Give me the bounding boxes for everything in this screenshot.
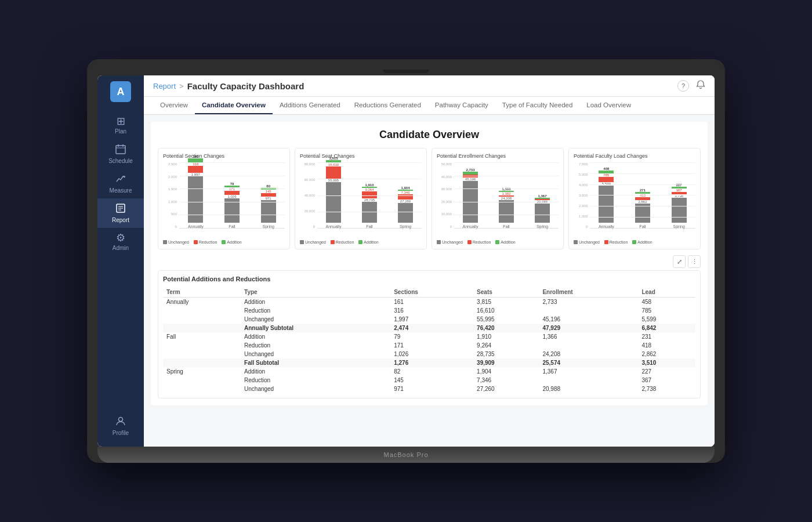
sidebar-item-profile[interactable]: Profile [97,411,144,441]
col-enrollment: Enrollment [539,287,638,298]
table-row: Reduction31616,610785 [163,306,695,315]
cell-lead: 5,599 [638,315,695,324]
cell-type: Annually Subtotal [241,324,390,332]
chart-faculty-load: Potential Faculty Load Changes 7,0005,00… [568,148,701,249]
cell-type: Addition [241,298,390,307]
sidebar-label-profile: Profile [113,430,129,436]
cell-enrollment: 25,574 [539,358,638,367]
bell-icon[interactable] [696,80,705,92]
table-row: Annually Subtotal2,47476,42047,9296,842 [163,324,695,332]
sidebar-item-admin[interactable]: ⚙ Admin [97,228,144,256]
chart-enrollment-title: Potential Enrollment Changes [437,153,559,159]
sidebar-label-schedule: Schedule [108,158,133,164]
chart-section-changes: Potential Section Changes 2,5002,0001,50… [158,148,290,249]
table-row: Unchanged97127,26020,9882,738 [163,385,695,393]
cell-seats: 9,264 [473,341,539,350]
breadcrumb: Report > Faculty Capacity Dashboard [153,81,304,91]
tab-candidate-overview[interactable]: Candidate Overview [195,97,273,114]
laptop-label: MacBook Pro [383,451,428,458]
cell-enrollment: 2,733 [539,298,638,307]
col-type: Type [241,287,390,298]
table-row: Unchanged1,02628,73524,2082,862 [163,350,695,358]
svg-point-8 [119,418,123,422]
col-seats: Seats [473,287,539,298]
chart-legend-1: Unchanged Reduction Addition [163,240,285,244]
sidebar-item-measure[interactable]: Measure [97,169,144,198]
col-term: Term [163,287,241,298]
svg-rect-0 [116,146,125,154]
bar-enroll-spring: 1,367 20,988 Spring [526,194,559,229]
chart-legend-2: Unchanged Reduction Addition [300,240,422,244]
cell-seats: 1,910 [473,332,539,341]
breadcrumb-link[interactable]: Report [153,82,176,90]
cell-seats: 39,909 [473,358,539,367]
cell-type: Reduction [241,306,390,315]
app-logo: A [110,81,131,102]
measure-icon [115,173,126,186]
cell-type: Reduction [241,341,390,350]
sidebar-item-report[interactable]: Report [97,198,144,228]
cell-lead: 418 [638,341,695,350]
tab-overview[interactable]: Overview [153,97,195,114]
sidebar-item-schedule[interactable]: Schedule [97,139,144,169]
cell-term [163,385,241,393]
bar-seat-fall: 1,910 9,264 28,735 Fall [353,183,386,229]
cell-enrollment: 1,367 [539,367,638,376]
table-row: Unchanged1,99755,99545,1965,599 [163,315,695,324]
cell-sections: 82 [390,367,473,376]
tab-pathway-capacity[interactable]: Pathway Capacity [428,97,495,114]
candidate-overview-card: Candidate Overview Potential Section Cha… [151,122,708,405]
cell-type: Fall Subtotal [241,358,390,367]
table-row: Reduction1719,264418 [163,341,695,350]
cell-sections: 1,997 [390,315,473,324]
bar-spring: 80 145 971 Spring [252,184,285,229]
cell-term: Spring [163,367,241,376]
sidebar-item-plan[interactable]: ⊞ Plan [97,111,144,139]
breadcrumb-sep: > [179,82,184,90]
more-options-button[interactable]: ⋮ [688,255,701,268]
cell-sections: 145 [390,376,473,385]
cell-lead: 6,842 [638,324,695,332]
cell-term: Fall [163,332,241,341]
cell-enrollment: 1,366 [539,332,638,341]
profile-icon [115,416,126,428]
bar-load-fall: 271 418 2,862 Fall [626,188,659,229]
cell-term [163,324,241,332]
report-icon [115,203,126,215]
cell-sections: 971 [390,385,473,393]
help-icon[interactable]: ? [677,80,689,92]
plan-icon: ⊞ [117,116,125,126]
cell-sections: 79 [390,332,473,341]
table-row: Fall Subtotal1,27639,90925,5743,510 [163,358,695,367]
header-icons: ? [677,80,705,92]
breadcrumb-current: Faculty Capacity Dashboard [187,81,304,91]
bar-seat-spring: 1,904 7,346 27,260 Spring [389,186,422,229]
bar-annually: 161 316 1,997 Annually [179,155,212,229]
cell-term [163,358,241,367]
col-sections: Sections [390,287,473,298]
chart-legend-4: Unchanged Reduction Addition [574,240,695,244]
sidebar-label-plan: Plan [115,128,126,135]
bar-enroll-annually: 2,733 45,196 Annually [454,168,487,229]
chart-controls: ⤢ ⋮ [158,255,701,268]
cell-seats: 16,610 [473,306,539,315]
chart-seat-changes: Potential Seat Changes 80,00060,00040,00… [295,148,427,249]
cell-term [163,350,241,358]
cell-seats: 76,420 [473,324,539,332]
cell-type: Addition [241,367,390,376]
expand-button[interactable]: ⤢ [673,255,686,268]
cell-term [163,306,241,315]
tab-type-of-faculty[interactable]: Type of Faculty Needed [495,97,579,114]
bar-fall: 79 171 1,026 Fall [216,182,249,229]
bar-load-spring: 227 367 3,738 Spring [662,183,695,229]
tab-additions-generated[interactable]: Additions Generated [273,97,347,114]
tab-load-overview[interactable]: Load Overview [579,97,638,114]
tab-reductions-generated[interactable]: Reductions Generated [347,97,428,114]
cell-type: Unchanged [241,315,390,324]
page-title: Candidate Overview [158,129,701,141]
table-row: AnnuallyAddition1613,8152,733458 [163,298,695,307]
cell-seats: 3,815 [473,298,539,307]
admin-icon: ⚙ [116,233,125,243]
main-content: Report > Faculty Capacity Dashboard ? Ov… [144,75,715,447]
content-area: Candidate Overview Potential Section Cha… [144,115,715,447]
